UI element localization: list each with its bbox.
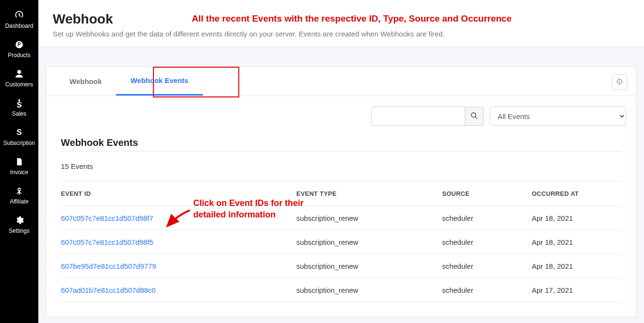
search-input[interactable] <box>371 107 465 126</box>
sidebar-item-settings[interactable]: Settings <box>0 211 38 240</box>
sales-icon <box>14 98 24 108</box>
invoice-icon <box>15 157 23 167</box>
section-title: Webhook Events <box>47 126 636 151</box>
cell-event-type: subscription_renew <box>296 230 442 254</box>
sidebar: Dashboard P Products Customers Sales S S… <box>0 0 38 323</box>
col-occurred-at: OCCURRED AT <box>532 181 621 206</box>
cell-event-id: 607ad01b7e81cc1d507d88c0 <box>61 278 296 302</box>
main: Webhook Set up Webhooks and get the data… <box>38 0 644 323</box>
cell-occurred-at: Apr 18, 2021 <box>532 230 621 254</box>
table-row: 607ad01b7e81cc1d507d88c0subscription_ren… <box>61 278 621 302</box>
sidebar-item-label: Products <box>8 52 30 59</box>
card: Webhook Webhook Events <box>46 66 636 317</box>
cell-source: scheduler <box>442 254 532 278</box>
events-table: EVENT ID EVENT TYPE SOURCE OCCURRED AT 6… <box>61 181 621 302</box>
cell-source: scheduler <box>442 230 532 254</box>
dashboard-icon <box>14 10 24 20</box>
page-header: Webhook Set up Webhooks and get the data… <box>38 0 644 47</box>
events-count: 15 Events <box>61 151 621 181</box>
table-area: 15 Events Click on Event IDs for their d… <box>47 151 636 317</box>
cell-occurred-at: Apr 17, 2021 <box>532 278 621 302</box>
sidebar-item-label: Affiliate <box>10 198 28 205</box>
svg-text:S: S <box>16 128 22 137</box>
sidebar-item-affiliate[interactable]: Affiliate <box>0 181 38 211</box>
tabs: Webhook Webhook Events <box>47 67 636 96</box>
page-subtitle: Set up Webhooks and get the data of diff… <box>53 30 630 38</box>
settings-icon <box>14 215 24 225</box>
cell-occurred-at: Apr 18, 2021 <box>532 206 621 230</box>
sidebar-item-invoice[interactable]: Invoice <box>0 152 38 181</box>
tab-webhook-events[interactable]: Webhook Events <box>116 67 203 96</box>
col-event-type: EVENT TYPE <box>296 181 442 206</box>
annotation-click-ids: Click on Event IDs for their detailed in… <box>193 197 304 221</box>
event-id-link[interactable]: 607be95d7e81cc1d507d9779 <box>61 262 156 270</box>
products-icon: P <box>14 40 24 49</box>
svg-text:P: P <box>18 42 21 47</box>
table-row: 607c057c7e81cc1d507d98f5subscription_ren… <box>61 230 621 254</box>
affiliate-icon <box>14 186 24 196</box>
toolbar: All Events <box>47 96 636 126</box>
cell-source: scheduler <box>442 278 532 302</box>
table-row: 607be95d7e81cc1d507d9779subscription_ren… <box>61 254 621 278</box>
cell-occurred-at: Apr 18, 2021 <box>532 254 621 278</box>
chevron-left-icon <box>617 78 622 86</box>
sidebar-item-label: Customers <box>5 81 33 88</box>
cell-source: scheduler <box>442 206 532 230</box>
subscription-icon: S <box>14 128 24 137</box>
svg-point-3 <box>617 79 622 84</box>
sidebar-item-label: Dashboard <box>5 23 34 29</box>
event-id-link[interactable]: 607c057c7e81cc1d507d98f5 <box>61 238 153 246</box>
sidebar-item-dashboard[interactable]: Dashboard <box>0 5 38 35</box>
sidebar-item-customers[interactable]: Customers <box>0 64 38 94</box>
filter-select[interactable]: All Events <box>490 107 626 126</box>
event-id-link[interactable]: 607c057c7e81cc1d507d98f7 <box>61 214 153 222</box>
search-wrap <box>371 107 484 126</box>
cell-event-type: subscription_renew <box>296 278 442 302</box>
customers-icon <box>14 69 24 79</box>
sidebar-item-label: Sales <box>12 110 26 117</box>
sidebar-item-label: Settings <box>9 227 29 234</box>
sidebar-item-sales[interactable]: Sales <box>0 94 38 123</box>
content-area: Webhook Webhook Events <box>38 47 644 323</box>
sidebar-item-label: Subscription <box>3 140 35 146</box>
tab-webhook[interactable]: Webhook <box>55 68 116 95</box>
search-icon <box>470 112 478 121</box>
search-button[interactable] <box>465 107 484 126</box>
col-source: SOURCE <box>442 181 532 206</box>
sidebar-item-products[interactable]: P Products <box>0 35 38 64</box>
sidebar-item-label: Invoice <box>10 169 28 176</box>
sidebar-item-subscription[interactable]: S Subscription <box>0 123 38 152</box>
table-row: 607c057c7e81cc1d507d98f7subscription_ren… <box>61 206 621 230</box>
cell-event-id: 607be95d7e81cc1d507d9779 <box>61 254 296 278</box>
cell-event-id: 607c057c7e81cc1d507d98f5 <box>61 230 296 254</box>
cell-event-type: subscription_renew <box>296 254 442 278</box>
event-id-link[interactable]: 607ad01b7e81cc1d507d88c0 <box>61 286 156 294</box>
cell-event-type: subscription_renew <box>296 206 442 230</box>
annotation-top: All the recent Events with the respectiv… <box>192 13 512 24</box>
collapse-button[interactable] <box>612 74 627 90</box>
